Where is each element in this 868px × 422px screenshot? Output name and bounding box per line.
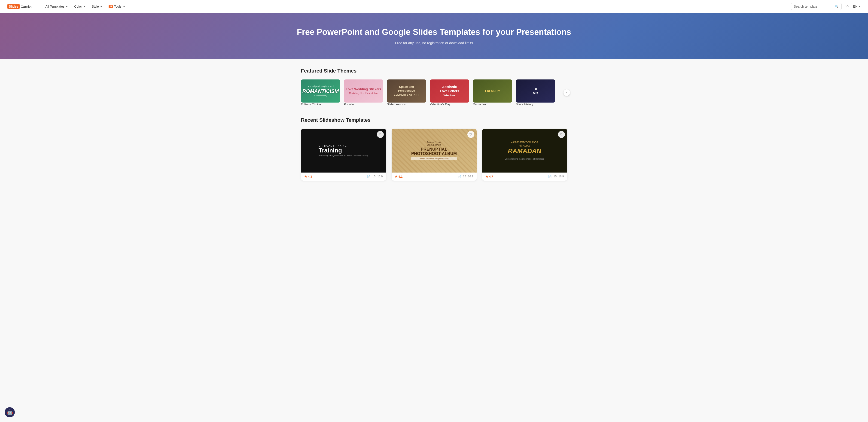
black-history-title: BLMC [531, 85, 540, 97]
search-icon[interactable]: 🔍 [835, 5, 839, 8]
prenuptial-names: Jane & John's [411, 144, 457, 146]
star-icon: ★ [304, 175, 307, 178]
navbar: Slides Carnival All Templates Color Styl… [0, 0, 868, 13]
critical-content: CRITICAL THINKING Training Enhancing Ana… [314, 140, 373, 162]
theme-thumb-space: Space andPerspectiveELEMENTS OF ART [387, 79, 426, 103]
hero-subtitle: Free for any use, no registration or dow… [7, 41, 861, 45]
theme-thumb-wedding: Love Wedding StickersMarketing Plus Pres… [344, 79, 383, 103]
critical-eyebrow: CRITICAL THINKING [319, 144, 368, 147]
slides-icon: 📄 [458, 175, 461, 178]
template-meta-critical: 📄 15 16:9 [367, 175, 383, 178]
search-input[interactable] [794, 5, 833, 8]
chevron-down-icon [84, 6, 85, 7]
logo-link[interactable]: Slides Carnival [7, 4, 33, 9]
template-thumb-ramadan-all: A PRESENTATION SLIDE All About RAMADAN U… [482, 129, 567, 172]
theme-thumb-ramadan: Eid al-Fitr [473, 79, 512, 103]
star-icon: ★ [395, 175, 398, 178]
theme-label-slide-lessons: Slide Lessons [387, 103, 426, 106]
theme-label-ramadan: Ramadan [473, 103, 512, 106]
ramadan-all-eyebrow: A PRESENTATION SLIDE [504, 141, 544, 144]
search-box[interactable]: 🔍 [791, 3, 842, 10]
theme-card-popular[interactable]: Love Wedding StickersMarketing Plus Pres… [344, 79, 383, 106]
slides-icon: 📄 [548, 175, 552, 178]
template-info-prenuptial: ★ 4.1 📄 15 16:9 [392, 172, 477, 181]
theme-card-slide-lessons[interactable]: Space andPerspectiveELEMENTS OF ART Slid… [387, 79, 426, 106]
template-heart-prenuptial[interactable]: ♡ [467, 131, 474, 138]
romanticism-eyebrow: Arts Subject for High School [303, 85, 339, 88]
nav-right: 🔍 ♡ EN [791, 3, 861, 10]
hero-title: Free PowerPoint and Google Slides Templa… [7, 27, 861, 38]
template-info-ramadan: ★ 4.7 📄 15 16:9 [482, 172, 567, 181]
favorites-icon[interactable]: ♡ [845, 4, 849, 9]
space-title: Space andPerspectiveELEMENTS OF ART [392, 83, 421, 99]
template-card-ramadan-all[interactable]: A PRESENTATION SLIDE All About RAMADAN U… [482, 129, 567, 181]
romanticism-title: ROMANTICISM [303, 89, 339, 94]
chevron-down-icon [123, 6, 125, 7]
lang-selector[interactable]: EN [853, 5, 861, 8]
ramadan-thumb-title: Eid al-Fitr [483, 87, 502, 95]
logo-carnival-text: Carnival [21, 5, 33, 8]
ai-badge: AI [108, 5, 113, 8]
prenuptial-eyebrow: Forever Yours [411, 141, 457, 144]
theme-card-ramadan[interactable]: Eid al-Fitr Ramadan [473, 79, 512, 106]
recent-section: Recent Slideshow Templates CRITICAL THIN… [301, 117, 567, 181]
theme-card-black-history[interactable]: BLMC Black History [516, 79, 555, 106]
slides-icon: 📄 [367, 175, 371, 178]
nav-links: All Templates Color Style AI Tools [42, 3, 790, 10]
ramadan-all-about-text: All About [504, 144, 544, 148]
templates-grid: CRITICAL THINKING Training Enhancing Ana… [301, 129, 567, 181]
logo-slides-badge: Slides [7, 4, 20, 9]
ramadan-main-title: RAMADAN [504, 148, 544, 155]
chevron-down-icon [66, 6, 68, 7]
template-meta-prenuptial: 📄 15 16:9 [458, 175, 473, 178]
theme-card-valentines[interactable]: AestheticLove LettersValentine's Valenti… [430, 79, 469, 106]
template-rating-critical: ★ 4.3 [304, 175, 312, 178]
nav-all-templates[interactable]: All Templates [42, 3, 70, 10]
theme-thumb-aesthetic: AestheticLove LettersValentine's [430, 79, 469, 103]
template-card-prenuptial[interactable]: Forever Yours Jane & John's PRENUPTIALPH… [392, 129, 477, 181]
themes-wrapper: Arts Subject for High School ROMANTICISM… [301, 79, 567, 106]
theme-label-valentines: Valentine's Day [430, 103, 469, 106]
ramadan-all-content: A PRESENTATION SLIDE All About RAMADAN U… [501, 137, 548, 164]
template-card-critical-thinking[interactable]: CRITICAL THINKING Training Enhancing Ana… [301, 129, 386, 181]
theme-thumb-black: BLMC [516, 79, 555, 103]
nav-tools[interactable]: AI Tools [106, 3, 128, 10]
featured-title: Featured Slide Themes [301, 68, 567, 74]
template-heart-critical[interactable]: ♡ [377, 131, 384, 138]
themes-row: Arts Subject for High School ROMANTICISM… [301, 79, 567, 106]
theme-thumb-romanticism: Arts Subject for High School ROMANTICISM… [301, 79, 340, 103]
prenuptial-subtitle: Write a subtitle for this presentation [411, 157, 457, 160]
main-content: Featured Slide Themes Arts Subject for H… [296, 59, 573, 201]
template-heart-ramadan[interactable]: ♡ [558, 131, 565, 138]
template-thumb-critical: CRITICAL THINKING Training Enhancing Ana… [301, 129, 386, 172]
theme-label-popular: Popular [344, 103, 383, 106]
chevron-down-icon [859, 6, 861, 7]
chevron-down-icon [100, 6, 102, 7]
theme-label-black-history: Black History [516, 103, 555, 106]
template-rating-prenuptial: ★ 4.1 [395, 175, 403, 178]
featured-section: Featured Slide Themes Arts Subject for H… [301, 68, 567, 106]
ramadan-sub: Understanding the importance of Ramadan [504, 158, 544, 160]
aesthetic-title: AestheticLove LettersValentine's [438, 83, 461, 99]
template-meta-ramadan: 📄 15 16:9 [548, 175, 564, 178]
star-icon: ★ [486, 175, 488, 178]
romanticism-author: A Presentation by [303, 95, 339, 97]
theme-card-editors-choice[interactable]: Arts Subject for High School ROMANTICISM… [301, 79, 340, 106]
nav-style[interactable]: Style [89, 3, 105, 10]
theme-label-editors-choice: Editor's Choice [301, 103, 340, 106]
template-info-critical: ★ 4.3 📄 15 16:9 [301, 172, 386, 181]
nav-color[interactable]: Color [71, 3, 88, 10]
critical-sub: Enhancing Analytical Skills for Better D… [319, 155, 368, 157]
template-thumb-prenuptial: Forever Yours Jane & John's PRENUPTIALPH… [392, 129, 477, 172]
wedding-title: Love Wedding StickersMarketing Plus Pres… [344, 86, 383, 97]
prenuptial-content: Forever Yours Jane & John's PRENUPTIALPH… [407, 137, 461, 164]
critical-main: Training [319, 147, 368, 154]
prenuptial-title: PRENUPTIALPHOTOSHOOT ALBUM [411, 147, 457, 156]
template-rating-ramadan: ★ 4.7 [486, 175, 493, 178]
hero-section: Free PowerPoint and Google Slides Templa… [0, 13, 868, 59]
themes-next-arrow[interactable]: › [563, 89, 570, 96]
recent-title: Recent Slideshow Templates [301, 117, 567, 123]
